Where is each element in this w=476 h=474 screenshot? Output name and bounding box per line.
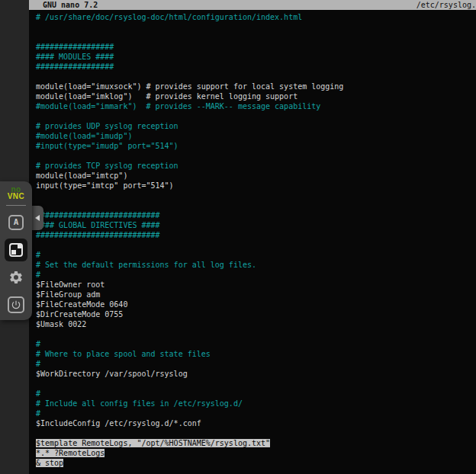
editor-line: $template RemoteLogs, "/opt/%HOSTNAME%/r… [36, 438, 476, 448]
editor-line [36, 329, 476, 339]
editor-line: module(load="imuxsock") # provides suppo… [36, 82, 476, 91]
editor-line: ########################### [36, 230, 476, 240]
editor-line: $FileCreateMode 0640 [36, 299, 476, 309]
editor-line: # Where to place spool and state files [36, 349, 476, 359]
editor-line: input(type="imtcp" port="514") [36, 181, 476, 191]
editor-line: #module(load="immark") # provides --MARK… [36, 101, 476, 111]
editor-line [36, 111, 476, 121]
editor-line [36, 72, 476, 82]
editor-line [36, 240, 476, 250]
nano-version-label: GNU nano 7.2 [29, 0, 98, 10]
editor-line: # [36, 250, 476, 260]
fullscreen-button[interactable] [5, 239, 27, 261]
editor-line: #input(type="imudp" port="514") [36, 141, 476, 151]
editor-line: *.* ?RemoteLogs [36, 448, 476, 458]
fullscreen-icon [9, 243, 23, 257]
editor-line: # [36, 389, 476, 399]
editor-line [36, 151, 476, 161]
collapse-arrow-icon [35, 215, 40, 221]
editor-line [36, 200, 476, 210]
editor-line: $IncludeConfig /etc/rsyslog.d/*.conf [36, 418, 476, 428]
novnc-logo-bottom: VNC [8, 193, 25, 200]
settings-button[interactable] [1, 264, 31, 291]
editor-line: $WorkDirectory /var/spool/rsyslog [36, 369, 476, 379]
editor-line: ################# [36, 42, 476, 52]
extra-keys-button[interactable]: A [1, 209, 31, 236]
terminal-screen[interactable]: GNU nano 7.2 /etc/rsyslog. # /usr/share/… [29, 0, 476, 474]
panel-divider [6, 205, 26, 206]
editor-line: #module(load="imudp") [36, 131, 476, 141]
editor-line: & stop [36, 458, 476, 468]
editor-line: # /usr/share/doc/rsyslog-doc/html/config… [36, 12, 476, 22]
editor-line: # [36, 408, 476, 418]
nano-filename-label: /etc/rsyslog. [416, 0, 476, 10]
editor-line: module(load="imklog") # provides kernel … [36, 91, 476, 101]
gear-icon [8, 270, 24, 285]
editor-line [36, 428, 476, 438]
editor-line: #### GLOBAL DIRECTIVES #### [36, 220, 476, 230]
editor-line: $DirCreateMode 0755 [36, 309, 476, 319]
nano-titlebar: GNU nano 7.2 /etc/rsyslog. [29, 0, 476, 10]
editor-line: $Umask 0022 [36, 319, 476, 329]
editor-line: # Include all config files in /etc/rsysl… [36, 399, 476, 408]
editor-line: $FileOwner root [36, 280, 476, 290]
editor-line [36, 22, 476, 32]
novnc-logo: no VNC [8, 186, 25, 200]
editor-line: ########################### [36, 210, 476, 220]
editor-content[interactable]: # /usr/share/doc/rsyslog-doc/html/config… [29, 10, 476, 468]
editor-line [36, 32, 476, 42]
control-bar-handle[interactable] [31, 206, 43, 230]
editor-line: $FileGroup adm [36, 290, 476, 299]
editor-line: # Set the default permissions for all lo… [36, 260, 476, 270]
editor-line [36, 379, 476, 389]
editor-line: # provides TCP syslog reception [36, 161, 476, 171]
editor-line: # [36, 270, 476, 280]
power-icon [8, 296, 24, 313]
a-key-icon: A [8, 215, 24, 230]
editor-line: # [36, 359, 476, 369]
editor-line: # provides UDP syslog reception [36, 121, 476, 131]
editor-line: module(load="imtcp") [36, 171, 476, 181]
disconnect-button[interactable] [1, 291, 31, 319]
novnc-control-bar: no VNC A [0, 181, 32, 320]
editor-line: #### MODULES #### [36, 52, 476, 62]
editor-line: # [36, 339, 476, 349]
editor-line: ################# [36, 62, 476, 72]
editor-line [36, 191, 476, 200]
